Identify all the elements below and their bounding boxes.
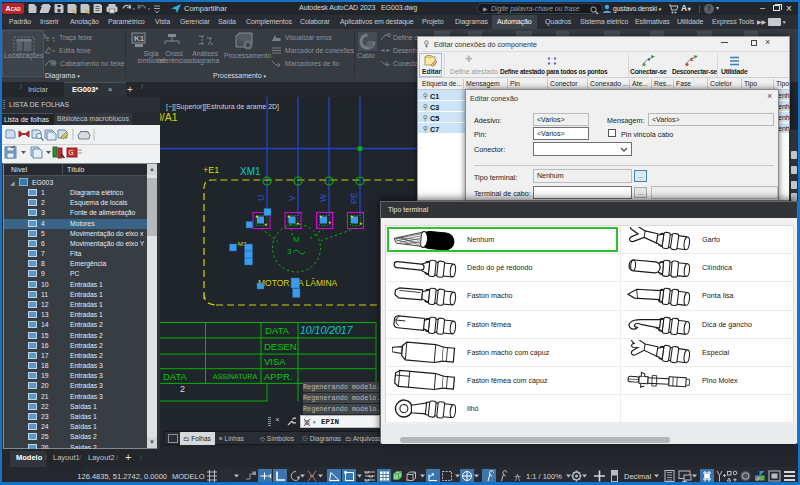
- svg-text:PE: PE: [349, 192, 359, 204]
- svg-text:MODELO: MODELO: [172, 472, 205, 481]
- svg-text:U: U: [256, 195, 266, 201]
- svg-text:VISA: VISA: [264, 356, 286, 367]
- svg-text:2: 2: [180, 384, 185, 394]
- svg-text:★: ★: [350, 214, 354, 219]
- svg-text:XM1: XM1: [240, 166, 261, 177]
- svg-text:1: 1: [46, 36, 50, 42]
- svg-text:126.4835, 51.2742, 0.0000: 126.4835, 51.2742, 0.0000: [77, 472, 167, 481]
- svg-text:Decimal: Decimal: [624, 472, 651, 481]
- svg-text:★: ★: [319, 214, 323, 219]
- svg-text:10/10/2017: 10/10/2017: [300, 324, 354, 336]
- svg-text:3: 3: [287, 247, 292, 256]
- svg-text:1:1 / 100%: 1:1 / 100%: [526, 472, 562, 481]
- svg-text:★: ★: [264, 222, 268, 227]
- svg-text:★: ★: [255, 214, 259, 219]
- svg-text:G: G: [69, 149, 74, 156]
- svg-text:M: M: [293, 235, 300, 244]
- svg-text:W: W: [318, 194, 328, 202]
- svg-text:K1: K1: [134, 34, 145, 43]
- svg-text:DESEN.: DESEN.: [264, 341, 299, 352]
- svg-text:★: ★: [287, 214, 291, 219]
- svg-text:★: ★: [359, 221, 363, 226]
- svg-text:DATA: DATA: [265, 325, 290, 336]
- svg-text:DATA: DATA: [163, 371, 188, 382]
- svg-text:+E1: +E1: [203, 165, 219, 175]
- svg-text:ASSINATURA: ASSINATURA: [213, 373, 258, 380]
- svg-text:V: V: [287, 195, 297, 201]
- svg-text:APPR.: APPR.: [264, 371, 293, 382]
- svg-text:★: ★: [296, 221, 300, 226]
- svg-text:★: ★: [328, 220, 332, 225]
